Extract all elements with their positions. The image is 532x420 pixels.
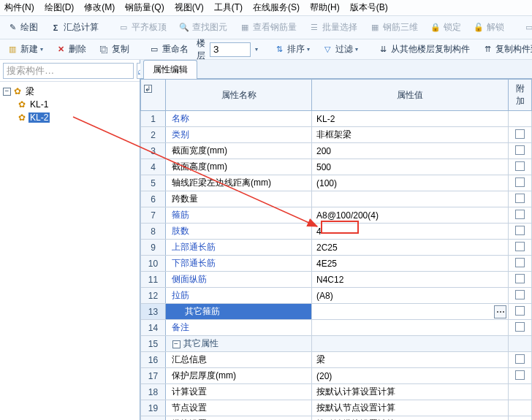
twod-button[interactable]: ▭ 二维 ▾ (520, 19, 532, 36)
menu-view[interactable]: 视图(V) (175, 1, 204, 14)
row-number[interactable]: 20 (141, 416, 166, 421)
attach-cell[interactable] (509, 240, 532, 256)
attach-cell[interactable] (509, 384, 532, 400)
checkbox[interactable] (515, 177, 525, 187)
col-head-value[interactable]: 属性值 (312, 80, 509, 111)
tree-node-kl2[interactable]: ✿ KL-2 (1, 111, 138, 124)
property-value[interactable]: 4E25 (312, 256, 509, 272)
row-number[interactable]: 9 (141, 240, 166, 256)
attach-cell[interactable] (509, 191, 532, 207)
lock-button[interactable]: 🔒 锁定 (426, 19, 465, 36)
menu-steel[interactable]: 钢筋量(Q) (125, 1, 164, 14)
table-row[interactable]: 16汇总信息梁 (141, 352, 532, 368)
property-name[interactable]: 上部通长筋 (166, 240, 312, 256)
attach-cell[interactable] (509, 207, 532, 224)
tree-root-beam[interactable]: − ✿ 梁 (1, 85, 138, 98)
menu-component[interactable]: 构件(N) (4, 1, 34, 14)
menu-online[interactable]: 在线服务(S) (253, 1, 300, 14)
row-number[interactable]: 7 (141, 207, 166, 224)
property-value[interactable]: (20) (312, 368, 509, 384)
row-number[interactable]: 6 (141, 191, 166, 207)
row-number[interactable]: 16 (141, 352, 166, 368)
table-row[interactable]: 11侧面纵筋N4C12 (141, 272, 532, 288)
property-grid[interactable]: ↲ 属性名称 属性值 附加 1名称KL-22类别非框架梁3截面宽度(mm)200… (140, 79, 532, 420)
viewsteel-button[interactable]: ▦ 查看钢筋量 (235, 19, 300, 36)
property-name[interactable]: −其它属性 (166, 336, 312, 352)
property-name[interactable]: 其它箍筋 (166, 304, 312, 320)
checkbox[interactable] (515, 322, 525, 332)
table-row[interactable]: 15−其它属性 (141, 336, 532, 352)
table-row[interactable]: 1名称KL-2 (141, 111, 532, 127)
table-row[interactable]: 2类别非框架梁 (141, 127, 532, 143)
table-row[interactable]: 17保护层厚度(mm)(20) (141, 368, 532, 384)
checkbox[interactable] (515, 226, 525, 235)
menu-modify[interactable]: 修改(M) (84, 1, 115, 14)
row-number[interactable]: 11 (141, 272, 166, 288)
table-row[interactable]: 19节点设置按默认节点设置计算 (141, 400, 532, 416)
attach-cell[interactable] (509, 111, 532, 127)
copy-button[interactable]: ⿻ 复制 (94, 41, 133, 58)
flat-button[interactable]: ▭ 平齐板顶 (114, 19, 170, 36)
property-value[interactable] (312, 320, 509, 336)
property-value[interactable]: 500 (312, 159, 509, 175)
property-name[interactable]: 名称 (166, 111, 312, 127)
property-name[interactable]: 汇总信息 (166, 352, 312, 368)
property-name[interactable]: 拉筋 (166, 288, 312, 304)
property-value[interactable]: (A8) (312, 288, 509, 304)
attach-cell[interactable] (509, 368, 532, 384)
table-row[interactable]: 18计算设置按默认计算设置计算 (141, 384, 532, 400)
menu-tool[interactable]: 工具(T) (214, 1, 243, 14)
property-name[interactable]: 跨数量 (166, 191, 312, 207)
rename-button[interactable]: ▭ 重命名 (145, 41, 192, 58)
checkbox[interactable] (515, 306, 525, 316)
ellipsis-button[interactable]: ⋯ (494, 305, 506, 318)
row-number[interactable]: 15 (141, 336, 166, 352)
attach-cell[interactable] (509, 224, 532, 240)
row-number[interactable]: 10 (141, 256, 166, 272)
attach-cell[interactable] (509, 304, 532, 320)
attach-cell[interactable] (509, 143, 532, 159)
property-value[interactable]: N4C12 (312, 272, 509, 288)
checkbox[interactable] (515, 370, 525, 380)
new-button[interactable]: ▥ 新建 ▾ (3, 41, 47, 58)
row-number[interactable]: 18 (141, 384, 166, 400)
property-value[interactable]: A8@100/200(4) (312, 207, 509, 224)
menu-version[interactable]: 版本号(B) (350, 1, 388, 14)
attach-cell[interactable] (509, 416, 532, 421)
property-value[interactable]: KL-2 (312, 111, 509, 127)
filter-button[interactable]: ▽ 过滤 ▾ (318, 41, 362, 58)
property-value[interactable] (312, 336, 509, 352)
table-row[interactable]: 10下部通长筋4E25 (141, 256, 532, 272)
property-name[interactable]: 计算设置 (166, 384, 312, 400)
attach-cell[interactable] (509, 272, 532, 288)
table-row[interactable]: 13其它箍筋⋯ (141, 304, 532, 320)
row-number[interactable]: 8 (141, 224, 166, 240)
steel3d-button[interactable]: ▦ 钢筋三维 (365, 19, 422, 36)
table-row[interactable]: 6跨数量 (141, 191, 532, 207)
property-name[interactable]: 箍筋 (166, 207, 312, 224)
sum-button[interactable]: Σ 汇总计算 (46, 19, 102, 36)
col-head-name[interactable]: 属性名称 (166, 80, 312, 111)
copyfrom-button[interactable]: ⇊ 从其他楼层复制构件 (373, 41, 474, 58)
table-row[interactable]: 12拉筋(A8) (141, 288, 532, 304)
table-row[interactable]: 14备注 (141, 320, 532, 336)
property-name[interactable]: 肢数 (166, 224, 312, 240)
attach-cell[interactable] (509, 159, 532, 175)
attach-cell[interactable] (509, 175, 532, 191)
table-row[interactable]: 4截面高度(mm)500 (141, 159, 532, 175)
property-name[interactable]: 下部通长筋 (166, 256, 312, 272)
attach-cell[interactable] (509, 400, 532, 416)
component-tree[interactable]: − ✿ 梁 ✿ KL-1 ✿ KL-2 (0, 82, 140, 420)
tree-node-kl1[interactable]: ✿ KL-1 (1, 98, 138, 111)
attach-cell[interactable] (509, 256, 532, 272)
property-name[interactable]: 节点设置 (166, 400, 312, 416)
row-number[interactable]: 2 (141, 127, 166, 143)
property-value[interactable]: 按默认搭接设置计算 (312, 416, 509, 421)
checkbox[interactable] (515, 258, 525, 267)
col-head-num[interactable]: ↲ (141, 80, 166, 111)
checkbox[interactable] (515, 290, 525, 299)
checkbox[interactable] (515, 194, 525, 203)
row-number[interactable]: 5 (141, 175, 166, 191)
property-value[interactable]: 按默认节点设置计算 (312, 400, 509, 416)
property-value[interactable]: (100) (312, 175, 509, 191)
